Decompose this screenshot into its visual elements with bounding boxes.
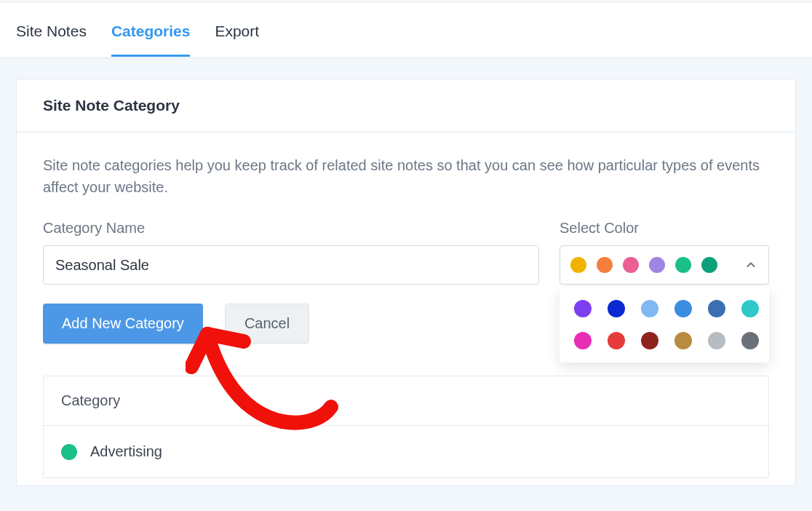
swatch-bronze[interactable]: [674, 332, 692, 349]
color-dropdown-panel: [560, 287, 769, 363]
swatch-magenta[interactable]: [574, 332, 592, 349]
table-row[interactable]: Advertising: [44, 426, 768, 478]
swatch-lightblue[interactable]: [641, 300, 658, 317]
swatch-lightgray[interactable]: [708, 332, 725, 349]
color-select[interactable]: [560, 245, 769, 285]
swatch-pink[interactable]: [623, 257, 639, 273]
swatch-blue[interactable]: [608, 300, 625, 317]
card-header: Site Note Category: [17, 79, 795, 132]
category-color-dot: [61, 444, 77, 460]
swatch-maroon[interactable]: [641, 332, 658, 349]
swatch-skyblue[interactable]: [674, 300, 692, 317]
category-table: Category Advertising: [43, 376, 769, 478]
swatch-steel[interactable]: [708, 300, 725, 317]
tab-site-notes[interactable]: Site Notes: [16, 5, 87, 56]
help-text: Site note categories help you keep track…: [43, 154, 769, 198]
tab-bar: Site Notes Categories Export: [0, 3, 812, 58]
swatch-purple[interactable]: [574, 300, 592, 317]
add-new-category-button[interactable]: Add New Category: [43, 304, 203, 344]
tab-export[interactable]: Export: [215, 5, 259, 56]
swatch-red[interactable]: [608, 332, 625, 349]
swatch-gray[interactable]: [741, 332, 759, 349]
select-color-label: Select Color: [560, 220, 769, 237]
swatch-teal[interactable]: [701, 257, 717, 273]
swatch-green[interactable]: [675, 257, 691, 273]
site-note-category-card: Site Note Category Site note categories …: [16, 79, 796, 486]
cancel-button[interactable]: Cancel: [225, 304, 309, 344]
swatch-cyan[interactable]: [741, 300, 759, 317]
card-title: Site Note Category: [43, 97, 769, 114]
category-name-input[interactable]: [43, 245, 539, 285]
swatch-orange[interactable]: [597, 257, 613, 273]
swatch-violet[interactable]: [649, 257, 665, 273]
table-header-category: Category: [44, 376, 768, 426]
category-name-label: Category Name: [43, 220, 539, 237]
tab-categories[interactable]: Categories: [111, 5, 191, 56]
category-name-cell: Advertising: [90, 443, 162, 460]
chevron-up-icon: [744, 258, 758, 272]
primary-swatch-row: [570, 257, 717, 273]
swatch-amber[interactable]: [570, 257, 586, 273]
